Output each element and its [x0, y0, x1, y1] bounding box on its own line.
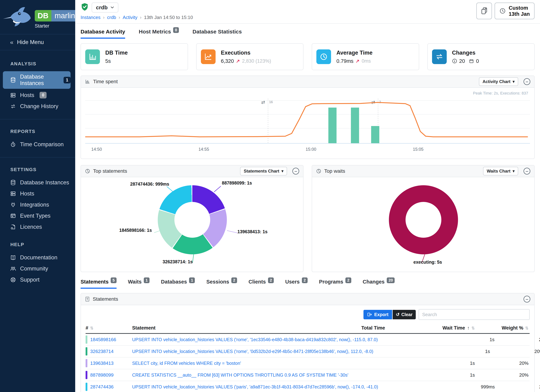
sidebar-item-label: Change History [20, 103, 58, 109]
statements-table-panel: Statements – Export ↺ Clear #⇅ Statement… [80, 293, 535, 392]
detail-tab-clients[interactable]: Clients2 [249, 279, 274, 289]
sidebar-item-label: Integrations [20, 202, 49, 208]
clock-icon [499, 8, 506, 14]
logo-marlin-badge: marlin [51, 10, 78, 21]
detail-tab-statements[interactable]: Statements5 [80, 279, 117, 289]
swap-icon [10, 103, 16, 109]
sidebar-item-label: Database Instances [20, 74, 58, 86]
sidebar-section-title: ANALYSIS [0, 61, 75, 67]
table-row: 887898099CREATE STATISTICS __auto__ FROM… [85, 369, 530, 381]
plan-label: Starter [35, 23, 78, 29]
sidebar-item-database-instances[interactable]: Database Instances1 [3, 71, 70, 89]
sidebar-item-integrations[interactable]: Integrations [0, 199, 75, 210]
info-icon [452, 59, 457, 64]
svg-text:15:05: 15:05 [413, 147, 423, 152]
breadcrumb-item[interactable]: Instances [80, 15, 100, 20]
export-button[interactable]: Export [364, 310, 392, 319]
statement-id-link[interactable]: 326238714 [90, 349, 114, 354]
instance-selector[interactable]: crdb [92, 3, 118, 13]
tab-database-statistics[interactable]: Database Statistics [192, 29, 242, 39]
wait-time-value: 1s [436, 349, 491, 354]
hide-menu-button[interactable]: « Hide Menu [0, 34, 75, 50]
sidebar-item-database-instances[interactable]: Database Instances [0, 177, 75, 188]
sidebar-nav: ANALYSISDatabase Instances1Hosts0Change … [0, 50, 75, 392]
statements-chart-select[interactable]: Statements Chart [240, 167, 287, 175]
sidebar-item-documentation[interactable]: Documentation [0, 252, 75, 263]
donut-ring[interactable] [158, 185, 227, 254]
tab-label: Sessions [206, 279, 229, 285]
tab-database-activity[interactable]: Database Activity [80, 29, 125, 39]
metric-card-executions[interactable]: Executions6,320↗2,830 (123%) [196, 43, 304, 70]
metric-card-db-time[interactable]: DB Time5s [80, 43, 188, 70]
tab-host-metrics[interactable]: Host Metrics0 [139, 29, 179, 39]
hosts-icon [10, 92, 16, 98]
copy-button[interactable] [476, 3, 492, 19]
count-badge: 2 [302, 278, 308, 283]
activity-line-chart[interactable]: ⇄16⇄214:5014:5515:0015:05 [85, 90, 530, 155]
col-weight[interactable]: Weight %⇅ [476, 325, 530, 331]
trend-icon [201, 50, 215, 64]
sidebar-item-event-types[interactable]: Event Types [0, 210, 75, 221]
sidebar-item-community[interactable]: Community [0, 263, 75, 274]
statement-sql-link[interactable]: UPSERT INTO vehicle_location_histories V… [132, 337, 381, 342]
collapse-panel-button[interactable]: – [524, 296, 530, 303]
detail-tab-programs[interactable]: Programs2 [319, 279, 351, 289]
top-statements-title: Top statements [93, 168, 127, 174]
sidebar-item-time-comparison[interactable]: Time Comparison [0, 139, 75, 150]
table-row: 139638413SELECT city, id FROM vehicles W… [85, 357, 530, 369]
statement-sql-link[interactable]: SELECT city, id FROM vehicles WHERE city… [132, 361, 361, 366]
statement-sql-link[interactable]: CREATE STATISTICS __auto__ FROM [63] WIT… [132, 372, 361, 378]
metric-title: Average Time [336, 50, 373, 56]
time-range-button[interactable]: Custom 13th Jan [495, 3, 535, 19]
lifebuoy-icon [10, 277, 16, 283]
col-wait-time[interactable]: Wait Time↑⇅ [420, 325, 476, 331]
search-input[interactable] [419, 309, 530, 320]
col-total-time[interactable]: Total Time [361, 325, 420, 331]
metric-card-changes[interactable]: Changes200 [427, 43, 535, 70]
detail-tab-waits[interactable]: Waits1 [128, 279, 150, 289]
waits-donut-chart[interactable]: executing: 5s [312, 177, 534, 272]
top-statements-panel: Top statements Statements Chart – 887898… [80, 165, 304, 272]
statement-id-link[interactable]: 1845898166 [90, 337, 116, 342]
collapse-panel-button[interactable]: – [524, 78, 530, 85]
statement-color-chip [85, 359, 87, 367]
table-row: 287474436UPSERT INTO vehicle_location_hi… [85, 381, 530, 392]
count-badge: 20 [387, 278, 395, 283]
statement-id-link[interactable]: 887898099 [90, 372, 114, 378]
svg-text:14:50: 14:50 [91, 147, 102, 152]
metric-card-average-time[interactable]: Average Time0.79ms↗0ms [312, 43, 419, 70]
sidebar-item-licences[interactable]: Licences [0, 221, 75, 233]
statement-sql-link[interactable]: UPSERT INTO vehicle_location_histories V… [132, 349, 376, 354]
sidebar-item-hosts[interactable]: Hosts0 [0, 89, 75, 101]
sidebar-item-label: Support [20, 277, 40, 283]
donut-ring[interactable] [389, 185, 458, 254]
activity-chart-select[interactable]: Activity Chart [479, 77, 518, 86]
detail-tab-changes[interactable]: Changes20 [363, 279, 395, 289]
bar-chart-icon [85, 79, 90, 84]
metric-title: Changes [452, 50, 479, 56]
breadcrumb-item[interactable]: Activity [123, 15, 137, 20]
sidebar-item-support[interactable]: Support [0, 274, 75, 285]
waits-chart-select[interactable]: Waits Chart [483, 167, 518, 175]
collapse-panel-button[interactable]: – [292, 168, 299, 174]
statement-sql-link[interactable]: UPSERT INTO vehicle_location_histories V… [132, 384, 381, 389]
donut-slice-label: 139638413: 1s [237, 229, 267, 234]
col-num[interactable]: #⇅ [85, 325, 132, 331]
count-badge: 1 [189, 278, 195, 283]
statements-donut-chart[interactable]: 887898099: 1s139638413: 1s326238714: 1s1… [81, 177, 303, 272]
clear-button[interactable]: ↺ Clear [393, 310, 416, 319]
statement-color-chip [85, 371, 87, 379]
topbar: crdb Instances›crdb›Activity›13th Jan 14… [75, 0, 540, 24]
detail-tab-databases[interactable]: Databases1 [161, 279, 195, 289]
breadcrumb-item[interactable]: crdb [107, 15, 116, 20]
sidebar-item-hosts[interactable]: Hosts [0, 188, 75, 199]
col-statement[interactable]: Statement [132, 325, 361, 331]
trend-up-icon: ↗ [355, 58, 360, 64]
statement-id-link[interactable]: 287474436 [90, 384, 114, 390]
health-shield-icon [80, 3, 89, 12]
sidebar-item-change-history[interactable]: Change History [0, 101, 75, 112]
detail-tab-sessions[interactable]: Sessions2 [206, 279, 237, 289]
detail-tab-users[interactable]: Users2 [285, 279, 308, 289]
collapse-panel-button[interactable]: – [524, 168, 530, 174]
statement-id-link[interactable]: 139638413 [90, 361, 114, 366]
